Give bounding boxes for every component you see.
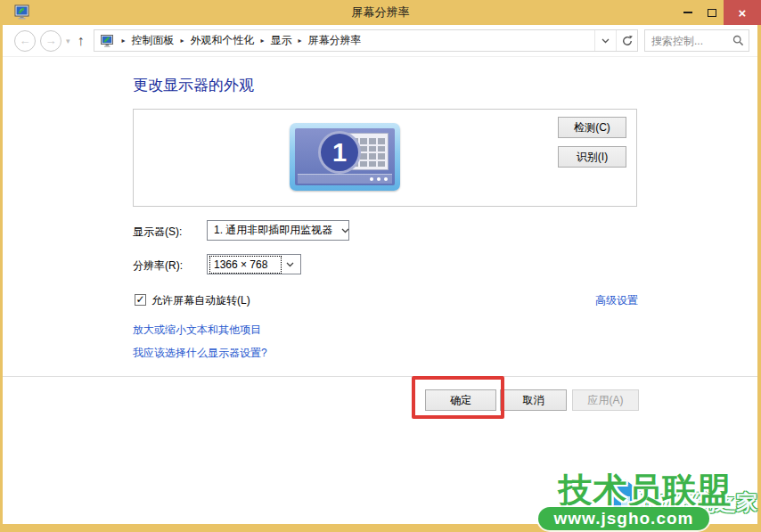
monitor-number-badge: 1: [318, 131, 361, 174]
breadcrumb-monitor-icon: [101, 35, 114, 47]
monitor-taskbar: [298, 174, 392, 184]
breadcrumb-control-panel[interactable]: 控制面板: [132, 33, 175, 48]
breadcrumb-appearance[interactable]: 外观和个性化: [191, 33, 255, 48]
breadcrumb-screen-resolution[interactable]: 屏幕分辨率: [308, 33, 362, 48]
maximize-button[interactable]: [700, 0, 724, 25]
window-content: ← → ▾ ↑ ▸ 控制面板 ▸ 外观和个性化 ▸: [3, 25, 757, 524]
search-icon: [732, 35, 744, 46]
checkmark-icon: ✓: [135, 293, 144, 306]
forward-button[interactable]: →: [40, 30, 61, 52]
back-button[interactable]: ←: [14, 30, 36, 52]
detect-button[interactable]: 检测(C): [558, 117, 626, 138]
display-select-value: 1. 通用非即插即用监视器: [210, 221, 336, 240]
screen-resolution-window: 屏幕分辨率 × ← → ▾ ↑: [0, 0, 761, 532]
footer-separator: [3, 376, 757, 377]
apply-button: 应用(A): [572, 389, 639, 411]
window-controls: ×: [675, 0, 761, 25]
recent-pages-dropdown[interactable]: ▾: [66, 37, 70, 45]
breadcrumb-separator-icon: ▸: [292, 37, 308, 45]
refresh-button[interactable]: [616, 30, 637, 51]
breadcrumb-display[interactable]: 显示: [271, 33, 292, 48]
which-settings-link[interactable]: 我应该选择什么显示器设置?: [133, 346, 267, 361]
monitor-screen: 1: [295, 128, 395, 185]
maximize-icon: [708, 9, 716, 17]
breadcrumb-separator-icon: ▸: [116, 37, 132, 45]
address-dropdown-button[interactable]: [594, 30, 616, 51]
forward-icon: →: [45, 34, 57, 47]
cancel-button[interactable]: 取消: [500, 389, 567, 411]
chevron-down-icon: [281, 262, 298, 267]
search-box[interactable]: [644, 29, 749, 52]
display-select[interactable]: 1. 通用非即插即用监视器: [207, 220, 349, 241]
auto-rotate-label: 允许屏幕自动旋转(L): [151, 293, 250, 308]
page-title: 更改显示器的外观: [133, 75, 254, 95]
search-input[interactable]: [651, 35, 732, 47]
breadcrumb-separator-icon: ▸: [255, 37, 271, 45]
navigation-toolbar: ← → ▾ ↑ ▸ 控制面板 ▸ 外观和个性化 ▸: [3, 25, 757, 57]
ellipsis-dots-icon: [384, 177, 388, 181]
refresh-icon: [621, 35, 634, 47]
monitor-preview[interactable]: 1: [290, 123, 400, 191]
display-label: 显示器(S):: [133, 225, 182, 240]
monitor-number: 1: [332, 138, 347, 168]
title-bar[interactable]: 屏幕分辨率 ×: [0, 0, 761, 25]
resolution-select-value: 1366 × 768: [210, 257, 281, 273]
chevron-down-icon: [601, 38, 610, 44]
address-bar[interactable]: ▸ 控制面板 ▸ 外观和个性化 ▸ 显示 ▸ 屏幕分辨率: [94, 29, 638, 52]
identify-button[interactable]: 识别(I): [558, 146, 626, 168]
app-monitor-icon: [14, 4, 30, 20]
auto-rotate-checkbox[interactable]: ✓: [135, 294, 146, 306]
monitor-preview-panel: 1 检测(C) 识别(I): [133, 109, 637, 207]
resize-text-link[interactable]: 放大或缩小文本和其他项目: [133, 323, 261, 338]
resolution-label: 分辨率(R):: [133, 258, 183, 274]
advanced-settings-link[interactable]: 高级设置: [595, 293, 638, 308]
breadcrumb-separator-icon: ▸: [175, 37, 191, 45]
minimize-icon: [683, 12, 692, 13]
minimize-button[interactable]: [675, 0, 700, 25]
address-bar-right: [594, 30, 637, 51]
chevron-down-icon: [336, 228, 353, 233]
resolution-select[interactable]: 1366 × 768: [207, 254, 301, 274]
window-title: 屏幕分辨率: [0, 0, 761, 25]
up-button[interactable]: ↑: [78, 33, 85, 49]
back-icon: ←: [20, 34, 31, 47]
close-button[interactable]: ×: [724, 0, 761, 25]
ok-button[interactable]: 确定: [425, 389, 496, 411]
